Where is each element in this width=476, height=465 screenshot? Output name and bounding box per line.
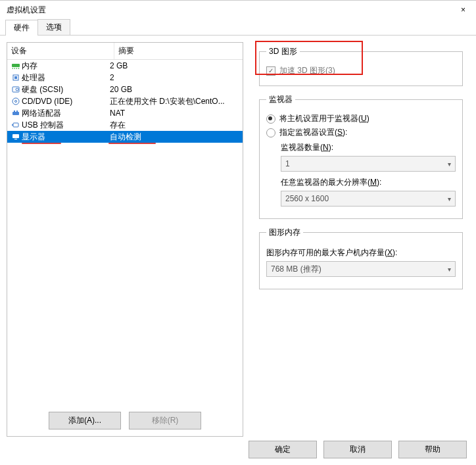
tab-hardware[interactable]: 硬件 <box>5 20 38 36</box>
device-summary: 2 GB <box>106 61 240 70</box>
svg-rect-11 <box>12 112 19 115</box>
svg-rect-2 <box>14 68 15 69</box>
device-name: CD/DVD (IDE) <box>22 97 106 106</box>
select-gmem: 768 MB (推荐)▾ <box>266 261 456 277</box>
svg-point-8 <box>16 88 18 91</box>
device-name: USB 控制器 <box>22 120 106 131</box>
label-max-resolution: 任意监视器的最大分辨率(M): <box>281 177 456 188</box>
chevron-down-icon: ▾ <box>448 266 451 273</box>
tab-options[interactable]: 选项 <box>37 19 70 35</box>
device-name: 处理器 <box>22 72 106 84</box>
cancel-button[interactable]: 取消 <box>323 441 392 458</box>
hardware-list-panel: 设备 摘要 内存2 GB处理器2硬盘 (SCSI)20 GBCD/DVD (ID… <box>7 42 243 437</box>
help-button[interactable]: 帮助 <box>398 441 467 458</box>
device-name: 内存 <box>22 61 106 72</box>
device-row-disk[interactable]: 硬盘 (SCSI)20 GB <box>7 84 243 95</box>
cpu-icon <box>10 74 22 82</box>
device-name: 显示器 <box>22 132 106 143</box>
device-summary: 20 GB <box>106 85 240 94</box>
svg-point-10 <box>15 101 17 103</box>
chevron-down-icon: ▾ <box>448 160 451 168</box>
device-summary: 自动检测 <box>106 132 240 143</box>
ok-button[interactable]: 确定 <box>249 441 317 458</box>
svg-rect-3 <box>16 68 17 69</box>
svg-rect-15 <box>12 124 13 126</box>
device-rows: 内存2 GB处理器2硬盘 (SCSI)20 GBCD/DVD (IDE)正在使用… <box>7 60 243 143</box>
disk-icon <box>10 86 22 93</box>
svg-rect-14 <box>13 123 18 127</box>
device-row-net[interactable]: 网络适配器NAT <box>7 107 243 119</box>
svg-rect-12 <box>14 110 15 112</box>
cd-icon <box>10 97 22 105</box>
svg-rect-16 <box>12 134 19 138</box>
device-row-display[interactable]: 显示器自动检测 <box>7 131 243 143</box>
select-monitor-count: 1▾ <box>281 156 456 172</box>
red-underline-device <box>22 143 61 144</box>
memory-icon <box>10 62 22 70</box>
device-summary: 存在 <box>106 120 240 131</box>
device-row-cpu[interactable]: 处理器2 <box>7 72 243 84</box>
group-3d-graphics: 3D 图形 ✓ 加速 3D 图形(3) <box>259 46 463 86</box>
svg-rect-17 <box>14 139 17 139</box>
col-device: 设备 <box>7 43 114 59</box>
device-summary: 正在使用文件 D:\安装包\CentO... <box>106 96 240 107</box>
select-max-resolution: 2560 x 1600▾ <box>281 191 456 207</box>
radio-use-host[interactable] <box>266 114 275 124</box>
close-icon[interactable]: × <box>457 1 469 19</box>
settings-right-panel: 3D 图形 ✓ 加速 3D 图形(3) 监视器 将主机设置用于监视器(U) 指定… <box>252 42 469 437</box>
device-summary: NAT <box>106 109 240 118</box>
svg-rect-4 <box>18 68 19 69</box>
checkbox-accelerate-3d[interactable]: ✓ <box>266 66 275 76</box>
group-graphics-memory: 图形内存 图形内存可用的最大客户机内存量(X): 768 MB (推荐)▾ <box>259 227 463 289</box>
label-monitor-count: 监视器数量(N): <box>281 142 456 153</box>
svg-rect-1 <box>12 68 13 69</box>
label-specify: 指定监视器设置(S): <box>279 127 347 138</box>
legend-gmem: 图形内存 <box>266 227 303 238</box>
device-name: 硬盘 (SCSI) <box>22 84 106 95</box>
window-title: 虚拟机设置 <box>7 1 46 19</box>
svg-point-9 <box>12 98 19 105</box>
group-monitors: 监视器 将主机设置用于监视器(U) 指定监视器设置(S): 监视器数量(N): … <box>259 94 463 219</box>
add-button[interactable]: 添加(A)... <box>49 412 121 429</box>
label-gmem: 图形内存可用的最大客户机内存量(X): <box>266 247 456 258</box>
svg-rect-6 <box>14 76 17 79</box>
label-accelerate-3d: 加速 3D 图形(3) <box>279 65 335 76</box>
device-row-cd[interactable]: CD/DVD (IDE)正在使用文件 D:\安装包\CentO... <box>7 95 243 107</box>
device-name: 网络适配器 <box>22 108 106 119</box>
remove-button: 移除(R) <box>129 412 201 429</box>
chevron-down-icon: ▾ <box>448 195 451 203</box>
device-summary: 2 <box>106 73 240 82</box>
net-icon <box>10 109 22 117</box>
red-underline-summary <box>108 143 156 144</box>
svg-rect-13 <box>16 110 18 112</box>
usb-icon <box>10 121 22 129</box>
legend-monitors: 监视器 <box>266 94 295 105</box>
device-row-usb[interactable]: USB 控制器存在 <box>7 119 243 131</box>
radio-specify[interactable] <box>266 128 275 137</box>
label-use-host: 将主机设置用于监视器(U) <box>279 113 369 124</box>
col-summary: 摘要 <box>114 43 243 59</box>
display-icon <box>10 133 22 141</box>
device-row-memory[interactable]: 内存2 GB <box>7 60 243 72</box>
legend-3d: 3D 图形 <box>266 46 300 57</box>
svg-rect-0 <box>12 64 20 67</box>
